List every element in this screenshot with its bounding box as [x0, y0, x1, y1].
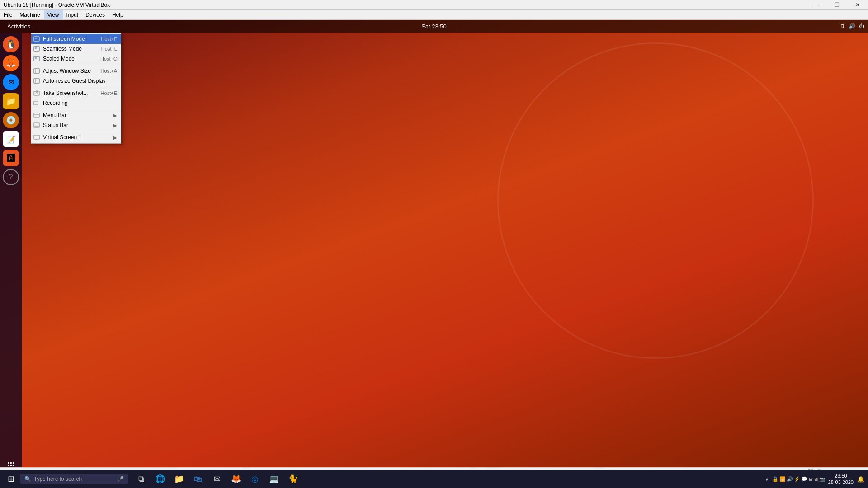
menu-virtualscreen[interactable]: Virtual Screen 1 ▶	[31, 132, 121, 142]
windows-clock[interactable]: 23:50 28-03-2020	[828, 473, 854, 486]
screenshot-icon	[33, 89, 40, 97]
fullscreen-icon	[33, 35, 40, 42]
sys-icon-vbox3: 📷	[819, 477, 825, 482]
ubuntu-topbar: Activities Sat 23:50 ⇅ 🔊 ⏻	[0, 20, 868, 33]
ie-button[interactable]: 🌐	[151, 470, 169, 488]
statusbar-label: Status Bar	[43, 122, 68, 128]
search-icon: 🔍	[24, 476, 31, 482]
dock-icon-ubuntu[interactable]: 🐧	[3, 36, 19, 52]
virtualscreen-arrow: ▶	[113, 135, 117, 140]
menu-seamless-mode[interactable]: Seamless Mode Host+L	[31, 44, 121, 54]
autoresize-icon	[33, 77, 40, 84]
firefox-taskbar[interactable]: 🦊	[227, 470, 245, 488]
vbox-title: Ubuntu 18 [Running] - Oracle VM VirtualB…	[0, 2, 110, 8]
clock-date: 28-03-2020	[828, 479, 854, 485]
fullscreen-shortcut: Host+F	[101, 36, 117, 42]
taskbar-chevron[interactable]: ∧	[765, 477, 769, 482]
fullscreen-label: Full-screen Mode	[43, 36, 85, 42]
menu-recording[interactable]: Recording	[31, 98, 121, 108]
menu-view[interactable]: View	[44, 10, 63, 19]
volume-icon[interactable]: 🔊	[849, 23, 855, 29]
menu-autoresize[interactable]: Auto-resize Guest Display	[31, 76, 121, 86]
scaled-shortcut: Host+C	[100, 56, 117, 61]
ubuntu-topbar-right: ⇅ 🔊 ⏻	[840, 23, 864, 29]
notification-button[interactable]: 🔔	[857, 476, 864, 483]
dock-icon-disk[interactable]: 💿	[3, 112, 19, 128]
vbox-titlebar: Ubuntu 18 [Running] - Oracle VM VirtualB…	[0, 0, 868, 10]
separator-4	[31, 131, 121, 131]
dock-icon-writer[interactable]: 📝	[3, 131, 19, 147]
power-icon[interactable]: ⏻	[859, 23, 864, 29]
close-button[interactable]: ✕	[847, 0, 868, 9]
statusbar-arrow: ▶	[113, 123, 117, 128]
dock-icon-firefox[interactable]: 🦊	[3, 55, 19, 71]
menu-fullscreen-mode[interactable]: Full-screen Mode Host+F	[31, 34, 121, 44]
menu-adjust-window[interactable]: Adjust Window Size Host+A	[31, 66, 121, 76]
vbox-menubar: File Machine View Input Devices Help	[0, 10, 868, 20]
dock-icon-help[interactable]: ?	[3, 169, 19, 185]
svg-rect-15	[34, 113, 39, 117]
virtualscreen-label: Virtual Screen 1	[43, 134, 81, 141]
minimize-button[interactable]: —	[806, 0, 826, 9]
menu-machine[interactable]: Machine	[16, 10, 43, 19]
restore-button[interactable]: ❐	[826, 0, 847, 9]
seamless-label: Seamless Mode	[43, 46, 82, 52]
start-button[interactable]: ⊞	[2, 470, 20, 488]
scaled-icon	[33, 55, 40, 62]
svg-rect-13	[34, 101, 38, 105]
window-controls: — ❐ ✕	[806, 0, 868, 9]
cortana-button[interactable]: ◎	[246, 470, 264, 488]
svg-marker-14	[38, 103, 39, 103]
sys-icon-5: 💬	[801, 476, 807, 482]
menu-menubar[interactable]: Menu Bar ▶	[31, 110, 121, 120]
svg-rect-5	[35, 57, 37, 59]
explorer-button[interactable]: 📁	[170, 470, 188, 488]
mail-button[interactable]: ✉	[208, 470, 226, 488]
dock-icon-files[interactable]: 📁	[3, 93, 19, 109]
menubar-arrow: ▶	[113, 113, 117, 118]
menu-statusbar[interactable]: Status Bar ▶	[31, 120, 121, 130]
dock-icon-thunderbird[interactable]: ✉	[3, 74, 19, 90]
menu-scaled-mode[interactable]: Scaled Mode Host+C	[31, 54, 121, 64]
menu-screenshot[interactable]: Take Screenshot... Host+E	[31, 88, 121, 98]
adjust-shortcut: Host+A	[101, 68, 117, 74]
menu-devices[interactable]: Devices	[82, 10, 108, 19]
svg-rect-1	[35, 38, 37, 39]
clock-time: 23:50	[835, 473, 847, 479]
virtualscreen-icon	[33, 134, 40, 141]
network-icon[interactable]: ⇅	[840, 23, 845, 29]
powershell-button[interactable]: 💻	[265, 470, 283, 488]
separator-3	[31, 109, 121, 109]
windows-taskbar: ⊞ 🔍 Type here to search 🎤 ⧉ 🌐 📁 🛍 ✉ 🦊 ◎ …	[0, 470, 868, 488]
bg-circle	[497, 42, 814, 359]
notification-area: 🔒 📶 🔊 ⚡ 💬 🖥 🖥 📷	[770, 476, 826, 482]
sys-icon-vbox2: 🖥	[814, 477, 818, 482]
seamless-icon	[33, 45, 40, 52]
scaled-label: Scaled Mode	[43, 56, 75, 62]
mic-icon: 🎤	[117, 476, 124, 482]
vm-area: Activities Sat 23:50 ⇅ 🔊 ⏻ 🐧 🦊 ✉ 📁 💿 📝 🅰…	[0, 20, 868, 477]
store-button[interactable]: 🛍	[189, 470, 207, 488]
sys-icon-vbox1: 🖥	[808, 477, 813, 482]
dock-icon-appstore[interactable]: 🅰	[3, 150, 19, 166]
taskview-button[interactable]: ⧉	[132, 470, 150, 488]
search-bar[interactable]: 🔍 Type here to search 🎤	[20, 474, 128, 484]
statusbar-icon	[33, 122, 40, 129]
search-placeholder: Type here to search	[34, 476, 82, 482]
svg-rect-8	[34, 79, 39, 83]
sys-icon-1: 🔒	[772, 476, 778, 482]
recording-icon	[33, 99, 40, 107]
view-dropdown-menu: Full-screen Mode Host+F Seamless Mode Ho…	[31, 33, 121, 144]
app-button[interactable]: 🐈	[284, 470, 302, 488]
adjust-label: Adjust Window Size	[43, 68, 91, 74]
svg-rect-3	[35, 47, 37, 49]
separator-2	[31, 87, 121, 87]
ubuntu-activities[interactable]: Activities	[4, 23, 34, 30]
ubuntu-clock: Sat 23:50	[421, 23, 447, 30]
seamless-shortcut: Host+L	[101, 46, 117, 52]
separator-1	[31, 65, 121, 65]
menu-input[interactable]: Input	[63, 10, 82, 19]
menu-help[interactable]: Help	[108, 10, 127, 19]
screenshot-label: Take Screenshot...	[43, 90, 88, 96]
menu-file[interactable]: File	[0, 10, 16, 19]
